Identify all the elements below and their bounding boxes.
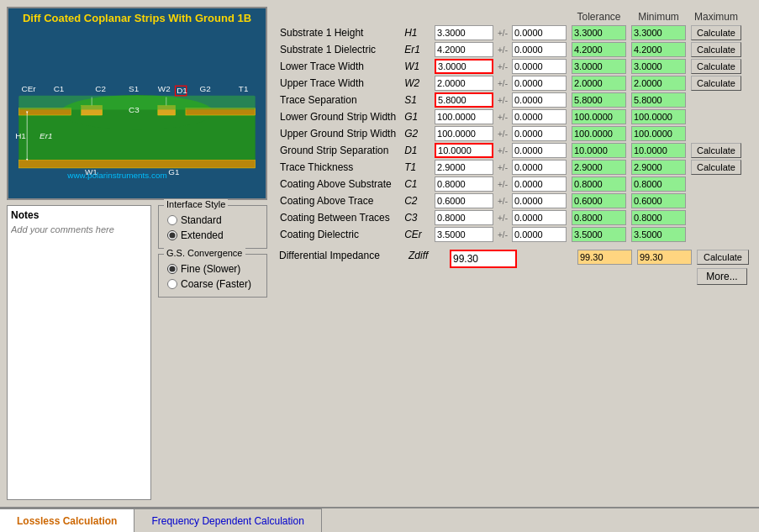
param-tol-input-0[interactable] — [512, 25, 567, 40]
param-min-input-4[interactable] — [572, 92, 626, 108]
param-max-input-12[interactable] — [631, 227, 686, 242]
param-value-cell-6[interactable] — [432, 125, 496, 142]
param-tol-input-11[interactable] — [512, 210, 567, 225]
param-tol-cell-6[interactable] — [509, 125, 569, 142]
param-max-input-1[interactable] — [631, 42, 686, 57]
param-value-cell-2[interactable] — [432, 58, 496, 75]
param-min-input-2[interactable] — [572, 59, 626, 74]
param-tol-cell-4[interactable] — [509, 92, 569, 108]
param-min-cell-9[interactable] — [569, 176, 629, 192]
param-min-input-11[interactable] — [572, 210, 626, 225]
param-tol-cell-5[interactable] — [509, 108, 569, 125]
param-value-cell-5[interactable] — [432, 108, 496, 125]
param-max-cell-4[interactable] — [629, 92, 688, 108]
param-tol-cell-12[interactable] — [509, 226, 569, 243]
param-value-input-7[interactable] — [435, 143, 493, 158]
param-min-cell-6[interactable] — [569, 125, 629, 142]
param-max-cell-8[interactable] — [629, 159, 688, 176]
param-tol-cell-7[interactable] — [509, 142, 569, 159]
param-max-input-0[interactable] — [631, 25, 686, 40]
calc-button-2[interactable]: Calculate — [691, 59, 741, 74]
param-tol-cell-8[interactable] — [509, 159, 569, 176]
param-min-input-0[interactable] — [572, 25, 626, 40]
param-value-cell-7[interactable] — [432, 142, 496, 159]
param-tol-input-3[interactable] — [512, 76, 567, 91]
param-value-cell-12[interactable] — [432, 226, 496, 243]
param-tol-input-2[interactable] — [512, 59, 567, 74]
calc-button-7[interactable]: Calculate — [691, 143, 741, 158]
impedance-calc-button[interactable]: Calculate — [697, 250, 749, 265]
param-value-input-10[interactable] — [435, 193, 493, 208]
param-value-input-4[interactable] — [435, 92, 493, 108]
param-tol-input-8[interactable] — [512, 160, 567, 175]
param-max-cell-3[interactable] — [629, 75, 688, 92]
param-max-cell-11[interactable] — [629, 209, 688, 226]
impedance-max-input[interactable] — [637, 250, 692, 265]
radio-extended-input[interactable] — [167, 230, 177, 240]
param-min-cell-0[interactable] — [569, 24, 629, 41]
param-tol-input-1[interactable] — [512, 42, 567, 57]
param-tol-cell-9[interactable] — [509, 176, 569, 192]
param-value-input-12[interactable] — [435, 227, 493, 242]
param-value-cell-11[interactable] — [432, 209, 496, 226]
param-min-input-12[interactable] — [572, 227, 626, 242]
param-min-cell-8[interactable] — [569, 159, 629, 176]
param-tol-cell-11[interactable] — [509, 209, 569, 226]
param-value-input-1[interactable] — [435, 42, 493, 57]
param-min-cell-5[interactable] — [569, 108, 629, 125]
param-value-cell-9[interactable] — [432, 176, 496, 192]
param-max-input-2[interactable] — [631, 59, 686, 74]
param-value-cell-0[interactable] — [432, 24, 496, 41]
param-value-input-8[interactable] — [435, 160, 493, 175]
radio-fine-input[interactable] — [167, 264, 177, 274]
param-value-cell-10[interactable] — [432, 192, 496, 209]
param-tol-input-10[interactable] — [512, 193, 567, 208]
param-value-input-6[interactable] — [435, 126, 493, 141]
param-value-input-9[interactable] — [435, 176, 493, 192]
param-min-input-6[interactable] — [572, 126, 626, 141]
param-min-cell-10[interactable] — [569, 192, 629, 209]
param-min-cell-11[interactable] — [569, 209, 629, 226]
param-max-cell-7[interactable] — [629, 142, 688, 159]
param-min-input-7[interactable] — [572, 143, 626, 158]
calc-button-0[interactable]: Calculate — [691, 25, 741, 40]
param-tol-input-9[interactable] — [512, 176, 567, 192]
param-max-cell-10[interactable] — [629, 192, 688, 209]
impedance-min-input[interactable] — [577, 250, 632, 265]
param-value-input-3[interactable] — [435, 76, 493, 91]
param-min-input-1[interactable] — [572, 42, 626, 57]
param-min-cell-12[interactable] — [569, 226, 629, 243]
param-min-input-10[interactable] — [572, 193, 626, 208]
param-min-cell-2[interactable] — [569, 58, 629, 75]
param-tol-cell-0[interactable] — [509, 24, 569, 41]
param-value-cell-3[interactable] — [432, 75, 496, 92]
param-max-input-4[interactable] — [631, 92, 686, 108]
param-max-input-9[interactable] — [631, 176, 686, 192]
param-calc-cell-2[interactable]: Calculate — [688, 58, 744, 75]
param-max-cell-9[interactable] — [629, 176, 688, 192]
param-value-input-5[interactable] — [435, 109, 493, 124]
param-max-cell-6[interactable] — [629, 125, 688, 142]
radio-standard[interactable]: Standard — [167, 214, 258, 226]
param-max-cell-0[interactable] — [629, 24, 688, 41]
param-max-input-11[interactable] — [631, 210, 686, 225]
param-tol-cell-2[interactable] — [509, 58, 569, 75]
param-value-cell-4[interactable] — [432, 92, 496, 108]
param-tol-cell-1[interactable] — [509, 41, 569, 58]
param-min-cell-4[interactable] — [569, 92, 629, 108]
param-max-input-10[interactable] — [631, 193, 686, 208]
param-min-input-5[interactable] — [572, 109, 626, 124]
param-tol-input-6[interactable] — [512, 126, 567, 141]
notes-input[interactable] — [11, 224, 147, 292]
param-min-cell-7[interactable] — [569, 142, 629, 159]
calc-button-8[interactable]: Calculate — [691, 160, 741, 175]
radio-extended[interactable]: Extended — [167, 229, 258, 241]
more-button[interactable]: More... — [697, 268, 747, 285]
param-tol-cell-3[interactable] — [509, 75, 569, 92]
param-value-input-2[interactable] — [435, 59, 493, 74]
calc-button-3[interactable]: Calculate — [691, 76, 741, 91]
param-max-cell-12[interactable] — [629, 226, 688, 243]
param-calc-cell-3[interactable]: Calculate — [688, 75, 744, 92]
param-value-input-11[interactable] — [435, 210, 493, 225]
param-max-cell-5[interactable] — [629, 108, 688, 125]
